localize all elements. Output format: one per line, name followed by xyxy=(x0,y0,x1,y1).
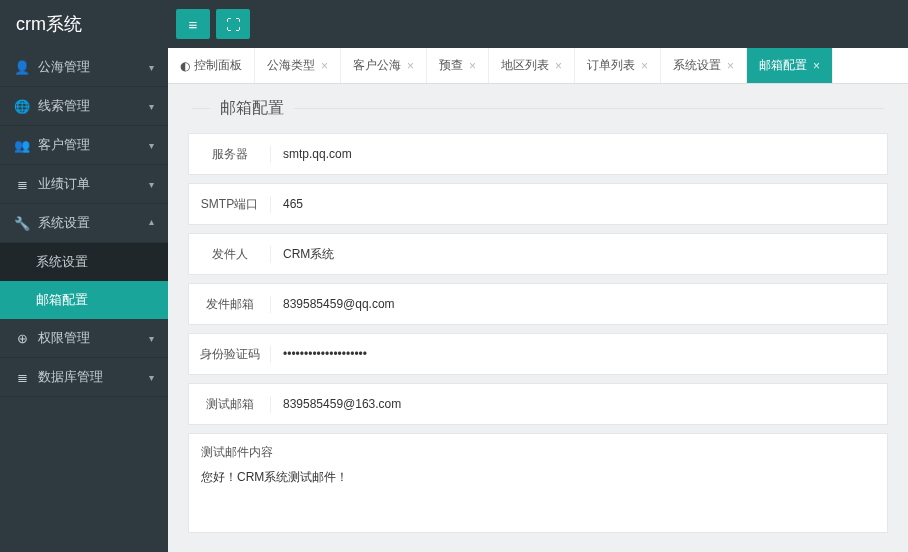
chevron-icon: ▾ xyxy=(149,179,154,190)
menu-label: 客户管理 xyxy=(38,136,149,154)
input-test-email[interactable] xyxy=(271,384,887,424)
panel-title: 邮箱配置 xyxy=(210,98,294,119)
label-sender-email: 发件邮箱 xyxy=(189,296,271,313)
close-icon[interactable]: × xyxy=(641,59,648,73)
chevron-icon: ▾ xyxy=(149,218,154,229)
input-auth-code[interactable] xyxy=(271,334,887,374)
field-test-content: 测试邮件内容 xyxy=(188,433,888,533)
menu-label: 线索管理 xyxy=(38,97,149,115)
tab-bar: ◐控制面板公海类型×客户公海×预查×地区列表×订单列表×系统设置×邮箱配置× xyxy=(168,48,908,84)
tab-label: 订单列表 xyxy=(587,57,635,74)
globe-icon: ◐ xyxy=(180,59,190,73)
menu-icon: 🌐 xyxy=(14,99,30,114)
close-icon[interactable]: × xyxy=(555,59,562,73)
main: ≡ ⛶ ◐控制面板公海类型×客户公海×预查×地区列表×订单列表×系统设置×邮箱配… xyxy=(168,0,908,552)
tab-6[interactable]: 系统设置× xyxy=(661,48,747,83)
close-icon[interactable]: × xyxy=(407,59,414,73)
field-sender: 发件人 xyxy=(188,233,888,275)
menu-label: 权限管理 xyxy=(38,329,149,347)
menu-icon: ⊕ xyxy=(14,331,30,346)
close-icon[interactable]: × xyxy=(469,59,476,73)
sidebar-item-4[interactable]: 🔧系统设置▾ xyxy=(0,204,168,243)
tab-label: 客户公海 xyxy=(353,57,401,74)
menu-icon: 🔧 xyxy=(14,216,30,231)
sidebar-menu: 👤公海管理▾🌐线索管理▾👥客户管理▾≣业绩订单▾🔧系统设置▾系统设置邮箱配置⊕权… xyxy=(0,48,168,552)
menu-icon: ≣ xyxy=(14,177,30,192)
sidebar-item-6[interactable]: ≣数据库管理▾ xyxy=(0,358,168,397)
chevron-icon: ▾ xyxy=(149,372,154,383)
chevron-icon: ▾ xyxy=(149,140,154,151)
close-icon[interactable]: × xyxy=(321,59,328,73)
tab-1[interactable]: 公海类型× xyxy=(255,48,341,83)
menu-label: 业绩订单 xyxy=(38,175,149,193)
field-auth-code: 身份验证码 xyxy=(188,333,888,375)
input-server[interactable] xyxy=(271,134,887,174)
label-test-content: 测试邮件内容 xyxy=(201,444,875,461)
menu-label: 系统设置 xyxy=(38,214,149,232)
field-server: 服务器 xyxy=(188,133,888,175)
tab-3[interactable]: 预查× xyxy=(427,48,489,83)
tab-0[interactable]: ◐控制面板 xyxy=(168,48,255,83)
tab-2[interactable]: 客户公海× xyxy=(341,48,427,83)
sidebar-subitem-0[interactable]: 系统设置 xyxy=(0,243,168,281)
submenu: 系统设置邮箱配置 xyxy=(0,243,168,319)
sidebar-item-5[interactable]: ⊕权限管理▾ xyxy=(0,319,168,358)
input-sender-email[interactable] xyxy=(271,284,887,324)
sidebar-item-3[interactable]: ≣业绩订单▾ xyxy=(0,165,168,204)
brand-title: crm系统 xyxy=(0,0,168,48)
menu-label: 公海管理 xyxy=(38,58,149,76)
content-area: 邮箱配置 服务器 SMTP端口 发件人 发件邮箱 身份验证码 xyxy=(168,84,908,552)
tab-7[interactable]: 邮箱配置× xyxy=(747,48,833,83)
sidebar-item-1[interactable]: 🌐线索管理▾ xyxy=(0,87,168,126)
menu-label: 数据库管理 xyxy=(38,368,149,386)
sidebar-subitem-1[interactable]: 邮箱配置 xyxy=(0,281,168,319)
field-test-email: 测试邮箱 xyxy=(188,383,888,425)
menu-icon: ≣ xyxy=(14,370,30,385)
fullscreen-button[interactable]: ⛶ xyxy=(216,9,250,39)
input-port[interactable] xyxy=(271,184,887,224)
field-port: SMTP端口 xyxy=(188,183,888,225)
tab-5[interactable]: 订单列表× xyxy=(575,48,661,83)
input-sender[interactable] xyxy=(271,234,887,274)
chevron-icon: ▾ xyxy=(149,333,154,344)
label-server: 服务器 xyxy=(189,146,271,163)
chevron-icon: ▾ xyxy=(149,101,154,112)
tab-4[interactable]: 地区列表× xyxy=(489,48,575,83)
close-icon[interactable]: × xyxy=(813,59,820,73)
sidebar: crm系统 👤公海管理▾🌐线索管理▾👥客户管理▾≣业绩订单▾🔧系统设置▾系统设置… xyxy=(0,0,168,552)
tab-label: 邮箱配置 xyxy=(759,57,807,74)
label-port: SMTP端口 xyxy=(189,196,271,213)
field-sender-email: 发件邮箱 xyxy=(188,283,888,325)
input-test-content[interactable] xyxy=(201,469,875,519)
label-sender: 发件人 xyxy=(189,246,271,263)
menu-icon: 👥 xyxy=(14,138,30,153)
menu-icon: 👤 xyxy=(14,60,30,75)
chevron-icon: ▾ xyxy=(149,62,154,73)
tab-label: 地区列表 xyxy=(501,57,549,74)
label-test-email: 测试邮箱 xyxy=(189,396,271,413)
sidebar-item-2[interactable]: 👥客户管理▾ xyxy=(0,126,168,165)
sidebar-item-0[interactable]: 👤公海管理▾ xyxy=(0,48,168,87)
tab-label: 预查 xyxy=(439,57,463,74)
tab-label: 控制面板 xyxy=(194,57,242,74)
tab-label: 公海类型 xyxy=(267,57,315,74)
menu-toggle-button[interactable]: ≡ xyxy=(176,9,210,39)
label-auth-code: 身份验证码 xyxy=(189,346,271,363)
close-icon[interactable]: × xyxy=(727,59,734,73)
tab-label: 系统设置 xyxy=(673,57,721,74)
topbar: ≡ ⛶ xyxy=(168,0,908,48)
